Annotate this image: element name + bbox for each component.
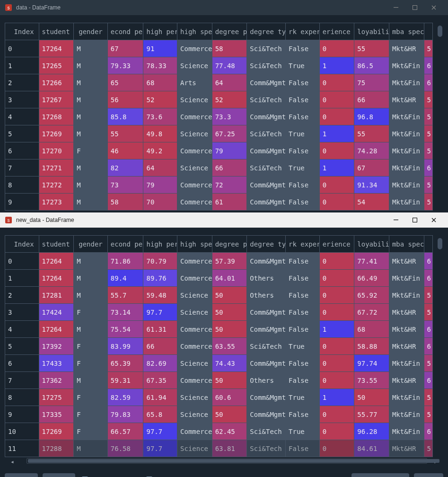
cell-student-id[interactable]: 17269: [39, 423, 74, 440]
cell-degree-type[interactable]: Others: [247, 372, 286, 389]
cell-student-id[interactable]: 17271: [39, 159, 74, 177]
cell-high-spec[interactable]: Commerce: [177, 177, 212, 194]
cell-second-per[interactable]: 58: [107, 194, 143, 211]
col-student-id[interactable]: student id: [39, 236, 74, 253]
cell-index[interactable]: 1: [5, 57, 39, 74]
cell-extra[interactable]: 6: [424, 321, 432, 338]
cell-extra[interactable]: 6: [424, 253, 432, 270]
cell-index[interactable]: 6: [5, 355, 39, 372]
cell-work-exp[interactable]: False: [286, 40, 320, 57]
cell-work-exp[interactable]: True: [286, 389, 320, 406]
cell-high-perc[interactable]: 78.33: [143, 57, 177, 74]
cell-index[interactable]: 11: [5, 440, 39, 457]
cell-employability[interactable]: 96.8: [354, 108, 389, 125]
header-row[interactable]: Index student id gender econd per high p…: [5, 23, 433, 40]
cell-index[interactable]: 5: [5, 338, 39, 355]
cell-mba-spec[interactable]: Mkt&Fin: [389, 159, 424, 177]
cell-degree-per[interactable]: 57.39: [212, 253, 247, 270]
cell-degree-type[interactable]: Others: [247, 287, 286, 304]
cell-work-years[interactable]: 0: [319, 142, 354, 159]
cell-index[interactable]: 4: [5, 108, 39, 125]
cell-gender[interactable]: M: [74, 40, 108, 57]
cell-degree-per[interactable]: 66: [212, 159, 247, 177]
cell-work-exp[interactable]: True: [286, 125, 320, 142]
cell-high-spec[interactable]: Commerce: [177, 321, 212, 338]
cell-index[interactable]: 2: [5, 287, 39, 304]
cell-extra[interactable]: 6: [424, 423, 432, 440]
table-row[interactable]: 417264M75.5461.31Commerce50Comm&MgmtFals…: [5, 321, 433, 338]
cell-employability[interactable]: 54: [354, 194, 389, 211]
cell-degree-per[interactable]: 74.43: [212, 355, 247, 372]
minimize-button[interactable]: [387, 1, 405, 14]
cell-work-years[interactable]: 0: [319, 406, 354, 423]
cell-work-years[interactable]: 1: [319, 125, 354, 142]
cell-second-per[interactable]: 73: [107, 177, 143, 194]
cell-work-exp[interactable]: False: [286, 321, 320, 338]
cell-work-exp[interactable]: False: [286, 406, 320, 423]
cell-index[interactable]: 6: [5, 142, 39, 159]
cell-high-perc[interactable]: 64: [143, 159, 177, 177]
cell-employability[interactable]: 67: [354, 159, 389, 177]
cell-degree-type[interactable]: Comm&Mgmt: [247, 304, 286, 321]
cell-extra[interactable]: 5: [424, 194, 432, 211]
cell-work-years[interactable]: 1: [319, 57, 354, 74]
cell-degree-per[interactable]: 67.25: [212, 125, 247, 142]
cell-mba-spec[interactable]: Mkt&Fin: [389, 355, 424, 372]
table-row[interactable]: 217281M55.759.48Science50OthersFalse065.…: [5, 287, 433, 304]
cell-degree-type[interactable]: Others: [247, 270, 286, 287]
col-degree-per[interactable]: degree per: [212, 23, 247, 40]
cell-work-years[interactable]: 1: [319, 321, 354, 338]
cell-gender[interactable]: M: [74, 270, 108, 287]
cell-degree-per[interactable]: 50: [212, 372, 247, 389]
cell-work-exp[interactable]: False: [286, 270, 320, 287]
cell-high-spec[interactable]: Commerce: [177, 270, 212, 287]
maximize-button[interactable]: [405, 213, 424, 227]
cell-index[interactable]: 8: [5, 389, 39, 406]
cell-index[interactable]: 1: [5, 270, 39, 287]
cell-degree-type[interactable]: Sci&Tech: [247, 159, 286, 177]
cell-degree-per[interactable]: 50: [212, 304, 247, 321]
cell-gender[interactable]: M: [74, 440, 108, 457]
cell-mba-spec[interactable]: Mkt&Fin: [389, 406, 424, 423]
cell-work-years[interactable]: 0: [319, 338, 354, 355]
scroll-left-icon[interactable]: ◂: [9, 459, 15, 464]
cell-degree-type[interactable]: Comm&Mgmt: [247, 389, 286, 406]
cell-index[interactable]: 4: [5, 321, 39, 338]
titlebar-data[interactable]: s data - DataFrame: [0, 0, 448, 15]
cell-extra[interactable]: 6: [424, 74, 432, 91]
cell-employability[interactable]: 73.55: [354, 372, 389, 389]
cell-mba-spec[interactable]: Mkt&HR: [389, 304, 424, 321]
cell-mba-spec[interactable]: Mkt&Fin: [389, 177, 424, 194]
cell-high-spec[interactable]: Commerce: [177, 423, 212, 440]
col-index[interactable]: Index: [5, 23, 39, 40]
close-button[interactable]: [424, 213, 443, 227]
cell-gender[interactable]: M: [74, 372, 108, 389]
cell-second-per[interactable]: 73.14: [107, 304, 143, 321]
cell-degree-type[interactable]: Sci&Tech: [247, 91, 286, 108]
cell-extra[interactable]: 5: [424, 91, 432, 108]
cell-mba-spec[interactable]: Mkt&Fin: [389, 108, 424, 125]
cell-extra[interactable]: 5: [424, 304, 432, 321]
cell-second-per[interactable]: 82: [107, 159, 143, 177]
col-index[interactable]: Index: [5, 236, 39, 253]
cell-mba-spec[interactable]: Mkt&Fin: [389, 125, 424, 142]
minmax-checkbox[interactable]: Column min/max: [144, 475, 202, 477]
cell-degree-type[interactable]: Comm&Mgmt: [247, 194, 286, 211]
cell-student-id[interactable]: 17269: [39, 125, 74, 142]
cell-gender[interactable]: M: [74, 287, 108, 304]
cell-second-per[interactable]: 83.99: [107, 338, 143, 355]
cell-high-perc[interactable]: 89.76: [143, 270, 177, 287]
horizontal-scrollbar[interactable]: [26, 458, 427, 464]
cell-second-per[interactable]: 65.39: [107, 355, 143, 372]
table-row[interactable]: 017264M71.8670.79Commerce57.39Comm&MgmtF…: [5, 253, 433, 270]
table-row[interactable]: 517269M5549.8Science67.25Sci&TechTrue155…: [5, 125, 433, 142]
cell-work-exp[interactable]: False: [286, 372, 320, 389]
col-mba-spec[interactable]: mba spec: [389, 236, 424, 253]
cell-employability[interactable]: 84.61: [354, 440, 389, 457]
cell-employability[interactable]: 58.88: [354, 338, 389, 355]
cell-high-perc[interactable]: 82.69: [143, 355, 177, 372]
cell-work-years[interactable]: 0: [319, 287, 354, 304]
cell-student-id[interactable]: 17362: [39, 372, 74, 389]
col-work-years[interactable]: erience ye: [319, 23, 354, 40]
cell-work-years[interactable]: 1: [319, 159, 354, 177]
